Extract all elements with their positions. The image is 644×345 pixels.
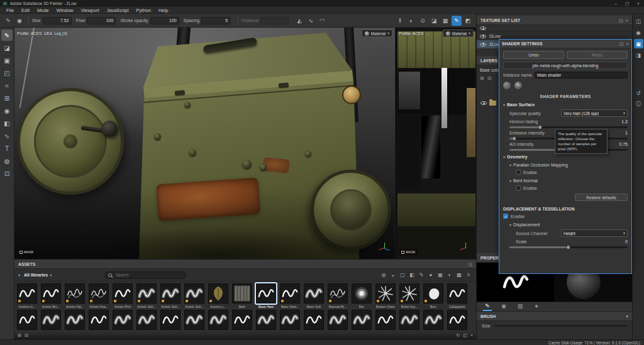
bent-normal-section[interactable]: ▾ Bent Normal bbox=[503, 178, 628, 183]
menu-item-python[interactable]: Python bbox=[133, 8, 155, 13]
alpha-preset-icon[interactable]: ◉ bbox=[14, 16, 25, 26]
geometry-mask-icon[interactable]: ◩ bbox=[463, 16, 473, 26]
clone-tool-icon[interactable]: ⊞ bbox=[1, 92, 13, 104]
asset-brush-0-archive-in[interactable]: Archive In... bbox=[16, 283, 38, 309]
asset-brush-row2-11[interactable] bbox=[279, 310, 301, 330]
dock-panel-icon[interactable]: ◳ bbox=[619, 41, 624, 47]
dock-panel-icon[interactable]: ◳ bbox=[619, 18, 623, 23]
menu-item-viewport[interactable]: Viewport bbox=[77, 8, 103, 13]
asset-brush-row2-5[interactable] bbox=[135, 310, 158, 330]
history-icon[interactable]: ↺ bbox=[634, 88, 643, 97]
shader-name-field[interactable]: pbr-metal-rough-with-alpha-blending bbox=[503, 62, 628, 69]
displacement-enable-checkbox[interactable]: ✓ bbox=[503, 214, 508, 219]
eraser-mode-icon[interactable]: ◪ bbox=[429, 16, 439, 26]
viewport-2d[interactable]: Profile: ACES_UE4_Log (3) Material ▾ MAS… bbox=[396, 28, 476, 259]
viewer-settings-icon[interactable]: ◨ bbox=[634, 50, 643, 60]
geometry-section[interactable]: ▾ Geometry bbox=[503, 155, 628, 159]
asset-brush-5-artistic-soft[interactable]: Artistic Soft... bbox=[135, 283, 158, 309]
parallax-occlusion-section[interactable]: ▾ Parallax Occlusion Mapping bbox=[503, 163, 628, 167]
asset-brush-14-blur[interactable]: Blur bbox=[350, 283, 373, 309]
asset-brush-17-burn[interactable]: Burn bbox=[422, 283, 445, 309]
eye-icon[interactable] bbox=[480, 35, 486, 38]
stamp-mode-icon[interactable]: ⊙ bbox=[418, 16, 428, 26]
asset-brush-row2-0[interactable] bbox=[16, 310, 38, 330]
menu-item-mode[interactable]: Mode bbox=[33, 8, 53, 13]
asset-brush-row2-3[interactable] bbox=[87, 310, 110, 330]
asset-brush-row2-6[interactable] bbox=[159, 310, 182, 330]
polygon-fill-tool-icon[interactable]: ◰ bbox=[1, 67, 13, 79]
camera-settings-icon[interactable]: ◉ bbox=[634, 28, 643, 37]
param-slider-distance[interactable] bbox=[260, 17, 289, 25]
asset-brush-row2-10[interactable] bbox=[255, 310, 277, 330]
source-channel-dropdown[interactable]: Height ▾ bbox=[561, 229, 628, 237]
close-button[interactable]: × bbox=[633, 0, 644, 7]
info-icon[interactable]: ⓘ bbox=[634, 99, 643, 109]
param-slider-horizon-fading[interactable] bbox=[509, 126, 628, 128]
asset-brush-row2-13[interactable] bbox=[326, 310, 349, 330]
asset-brush-row2-12[interactable] bbox=[303, 310, 325, 330]
asset-brush-row2-14[interactable] bbox=[350, 310, 373, 330]
scale-slider[interactable] bbox=[509, 246, 628, 248]
filter-filters-icon[interactable]: ◧ bbox=[408, 271, 416, 279]
param-slider-size[interactable]: 7.52 bbox=[43, 17, 72, 25]
displacement-subsection[interactable]: ▾ Displacement bbox=[503, 222, 628, 227]
eye-icon[interactable] bbox=[480, 101, 487, 105]
specular-quality-dropdown[interactable]: Very high (128 spp) ▾ bbox=[561, 109, 628, 117]
lazy-mouse-icon[interactable]: ∿ bbox=[306, 16, 316, 26]
asset-brush-2-artistic-hai[interactable]: Artistic Hai... bbox=[64, 283, 86, 309]
menu-item-window[interactable]: Window bbox=[53, 8, 77, 13]
symmetry-icon[interactable]: ◭ bbox=[294, 16, 304, 26]
expand-assets-panel-icon[interactable]: ◳ bbox=[468, 261, 472, 267]
display-mode-dropdown[interactable]: Material ▾ bbox=[443, 30, 474, 37]
filter-brushes-icon[interactable]: ✎ bbox=[418, 271, 425, 279]
tab-stencil-icon[interactable]: ▨ bbox=[516, 302, 525, 311]
projection-tool-icon[interactable]: ▣ bbox=[1, 55, 13, 66]
menu-item-edit[interactable]: Edit bbox=[18, 8, 33, 13]
asset-brush-row2-15[interactable] bbox=[374, 310, 397, 330]
size-slider[interactable] bbox=[494, 325, 627, 327]
asset-brush-row2-1[interactable] bbox=[40, 310, 62, 330]
navigation-gizmo[interactable] bbox=[460, 243, 471, 254]
close-panel-icon[interactable]: × bbox=[626, 41, 629, 47]
asset-brush-7-artistic-soft[interactable]: Artistic Soft... bbox=[183, 283, 206, 309]
collapse-section-icon[interactable]: ▾ bbox=[626, 314, 628, 319]
asset-brush-row2-8[interactable] bbox=[207, 310, 230, 330]
grid-view-icon[interactable]: ▩ bbox=[455, 271, 463, 279]
quick-mask-tool-icon[interactable]: ◧ bbox=[1, 118, 13, 129]
asset-brush-15-broken-glass[interactable]: Broken Glass bbox=[374, 283, 397, 309]
filter-alphas-icon[interactable]: ● bbox=[427, 271, 435, 279]
asset-brush-9-bark[interactable]: Bark bbox=[231, 283, 253, 309]
close-panel-icon[interactable]: × bbox=[626, 18, 628, 23]
instance-name-input[interactable]: Main shader bbox=[535, 72, 628, 79]
asset-brush-row2-18[interactable] bbox=[446, 310, 469, 330]
pause-engine-icon[interactable]: ‖ bbox=[395, 16, 405, 26]
scale-slider-handle[interactable] bbox=[566, 245, 570, 249]
asset-brush-row2-17[interactable] bbox=[422, 310, 445, 330]
redo-button[interactable]: Redo bbox=[567, 51, 628, 59]
add-folder-icon[interactable]: ⊟ bbox=[487, 75, 492, 81]
pom-enable-checkbox[interactable] bbox=[516, 170, 521, 175]
brush-preset-icon[interactable]: ✎ bbox=[3, 16, 13, 26]
material-picker-tool-icon[interactable]: ◉ bbox=[1, 105, 13, 116]
falloff-icon[interactable]: ◠ bbox=[317, 16, 327, 26]
text-tool-icon[interactable]: T bbox=[1, 143, 13, 154]
asset-brush-4-artistic-print[interactable]: Artistic Print bbox=[111, 283, 134, 309]
material-mode-icon[interactable]: ◐ bbox=[406, 16, 416, 26]
asset-brush-6-artistic-soft[interactable]: Artistic Soft... bbox=[159, 283, 182, 309]
slider-handle[interactable] bbox=[538, 125, 542, 129]
viewport-3d[interactable]: Profile: ACES_UE4_Log (3) Material ▾ MAS… bbox=[14, 28, 395, 259]
asset-brush-row2-9[interactable] bbox=[231, 310, 253, 330]
add-layer-icon[interactable]: ⊞ bbox=[480, 75, 484, 81]
tab-material-icon[interactable]: ● bbox=[532, 302, 541, 311]
paint-mode-icon[interactable]: ✎ bbox=[452, 16, 462, 26]
filter-smart-masks-icon[interactable]: ▢ bbox=[399, 271, 406, 279]
shelf-path-icon[interactable]: ◱ bbox=[463, 333, 467, 338]
eye-icon[interactable] bbox=[480, 26, 486, 30]
menu-item-javascript[interactable]: JavaScript bbox=[103, 8, 133, 13]
filter-materials-icon[interactable]: ◍ bbox=[380, 271, 387, 279]
asset-brush-12-basic-soft[interactable]: Basic Soft bbox=[303, 283, 325, 309]
slider-handle[interactable] bbox=[512, 136, 516, 141]
eraser-tool-icon[interactable]: ◪ bbox=[1, 42, 13, 53]
asset-brush-3-artistic-hea[interactable]: Artistic Hea... bbox=[87, 283, 110, 309]
filter-smart-materials-icon[interactable]: ◒ bbox=[389, 271, 397, 279]
